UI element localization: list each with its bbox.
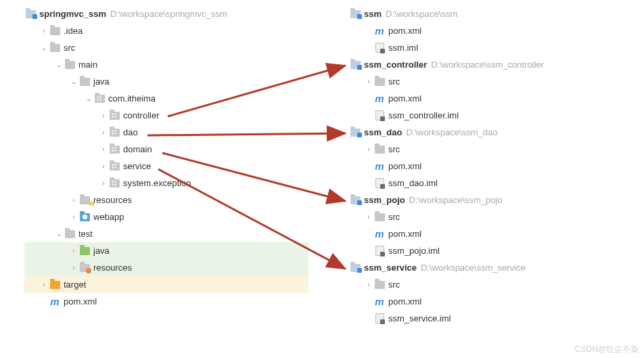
module-folder-icon bbox=[349, 127, 361, 139]
folder-java[interactable]: ⌄ java bbox=[24, 73, 308, 90]
collapse-icon[interactable]: ⌄ bbox=[84, 95, 93, 102]
folder-src[interactable]: ›src bbox=[349, 73, 633, 90]
file-iml[interactable]: ›ssm_controller.iml bbox=[349, 107, 633, 124]
package-icon bbox=[108, 127, 120, 139]
expand-icon[interactable]: › bbox=[69, 247, 78, 254]
module-path: D:\workspace\ssm bbox=[386, 9, 457, 19]
file-label: pom.xml bbox=[64, 296, 97, 307]
module-path: D:\workspace\ssm_controller bbox=[431, 60, 544, 70]
package-icon bbox=[108, 160, 120, 173]
maven-file-icon: m bbox=[373, 93, 386, 105]
folder-label: src bbox=[388, 76, 400, 87]
expand-icon[interactable]: › bbox=[69, 196, 78, 204]
expand-icon[interactable]: › bbox=[69, 213, 78, 221]
folder-label: src bbox=[388, 279, 400, 290]
package-domain[interactable]: › domain bbox=[24, 141, 308, 158]
file-label: ssm_dao.iml bbox=[388, 178, 438, 188]
folder-resources[interactable]: › resources bbox=[24, 192, 308, 208]
iml-file-icon bbox=[373, 42, 386, 54]
package-label: service bbox=[123, 161, 151, 171]
folder-label: main bbox=[78, 60, 97, 70]
expand-icon[interactable]: › bbox=[364, 146, 373, 153]
folder-icon bbox=[373, 279, 386, 291]
collapse-icon[interactable]: ⌄ bbox=[54, 230, 64, 238]
folder-test[interactable]: ⌄ test bbox=[24, 225, 308, 242]
folder-label: java bbox=[93, 76, 110, 87]
package-system-exception[interactable]: › system.exception bbox=[24, 175, 308, 192]
expand-icon[interactable]: › bbox=[99, 162, 108, 170]
package-icon bbox=[108, 110, 120, 122]
expand-icon[interactable]: › bbox=[364, 213, 373, 221]
package-dao[interactable]: › dao bbox=[24, 124, 308, 141]
file-pom[interactable]: ›mpom.xml bbox=[349, 158, 633, 175]
iml-file-icon bbox=[373, 245, 386, 257]
folder-label: src bbox=[388, 144, 400, 154]
file-label: ssm.iml bbox=[388, 43, 418, 53]
file-pom[interactable]: ›mpom.xml bbox=[349, 22, 633, 39]
module-path: D:\workspace\ssm_pojo bbox=[409, 195, 503, 205]
maven-file-icon: m bbox=[373, 160, 386, 173]
webapp-folder-icon bbox=[78, 211, 91, 223]
module-ssm-controller[interactable]: ssm_controller D:\workspace\ssm_controll… bbox=[349, 56, 633, 73]
expand-icon[interactable]: › bbox=[364, 78, 373, 85]
module-folder-icon bbox=[349, 194, 361, 206]
expand-icon[interactable]: › bbox=[99, 112, 108, 119]
module-ssm-service[interactable]: ssm_service D:\workspace\ssm_service bbox=[349, 259, 633, 276]
file-iml[interactable]: ›ssm_pojo.iml bbox=[349, 242, 633, 259]
file-label: pom.xml bbox=[388, 296, 421, 307]
iml-file-icon bbox=[373, 177, 386, 189]
maven-file-icon: m bbox=[373, 296, 386, 308]
package-service[interactable]: › service bbox=[24, 158, 308, 175]
module-ssm[interactable]: ssm D:\workspace\ssm bbox=[349, 5, 633, 22]
package-label: dao bbox=[123, 127, 138, 137]
folder-src[interactable]: ›src bbox=[349, 276, 633, 293]
right-project-tree: ssm D:\workspace\ssm ›mpom.xml ›ssm.iml … bbox=[349, 5, 633, 327]
file-pom[interactable]: ›mpom.xml bbox=[349, 225, 633, 242]
file-iml[interactable]: ›ssm_service.iml bbox=[349, 310, 633, 327]
module-ssm-dao[interactable]: ssm_dao D:\workspace\ssm_dao bbox=[349, 124, 633, 141]
module-root[interactable]: springmvc_ssm D:\workspace\springmvc_ssm bbox=[24, 5, 308, 22]
file-iml[interactable]: ›ssm_dao.iml bbox=[349, 175, 633, 192]
package-label: system.exception bbox=[123, 178, 191, 188]
expand-icon[interactable]: › bbox=[99, 179, 108, 187]
collapse-icon[interactable]: ⌄ bbox=[54, 61, 64, 68]
file-pom[interactable]: › m pom.xml bbox=[24, 293, 308, 310]
package-controller[interactable]: › controller bbox=[24, 107, 308, 124]
expand-icon[interactable]: › bbox=[39, 281, 49, 288]
folder-icon bbox=[373, 143, 386, 156]
folder-label: test bbox=[78, 229, 93, 239]
expand-icon[interactable]: › bbox=[99, 146, 108, 153]
file-label: pom.xml bbox=[388, 161, 421, 171]
folder-webapp[interactable]: › webapp bbox=[24, 208, 308, 225]
folder-src[interactable]: ⌄ src bbox=[24, 39, 308, 56]
folder-main[interactable]: ⌄ main bbox=[24, 56, 308, 73]
package-label: com.itheima bbox=[108, 93, 156, 104]
folder-idea[interactable]: › .idea bbox=[24, 22, 308, 39]
expand-icon[interactable]: › bbox=[364, 281, 373, 288]
test-source-folder-icon bbox=[78, 245, 91, 257]
module-name: ssm_dao bbox=[364, 127, 402, 137]
collapse-icon[interactable]: ⌄ bbox=[69, 78, 78, 85]
file-pom[interactable]: ›mpom.xml bbox=[349, 90, 633, 107]
file-iml[interactable]: ›ssm.iml bbox=[349, 39, 633, 56]
folder-src[interactable]: ›src bbox=[349, 141, 633, 158]
module-ssm-pojo[interactable]: ssm_pojo D:\workspace\ssm_pojo bbox=[349, 192, 633, 208]
file-label: ssm_service.iml bbox=[388, 313, 451, 323]
package-root[interactable]: ⌄ com.itheima bbox=[24, 90, 308, 107]
collapse-icon[interactable]: ⌄ bbox=[39, 44, 49, 51]
file-pom[interactable]: ›mpom.xml bbox=[349, 293, 633, 310]
expand-icon[interactable]: › bbox=[69, 264, 78, 271]
expand-icon[interactable]: › bbox=[99, 129, 108, 136]
folder-icon bbox=[49, 25, 61, 37]
folder-test-java[interactable]: › java bbox=[24, 242, 308, 259]
folder-test-resources[interactable]: › resources bbox=[24, 259, 308, 276]
module-folder-icon bbox=[24, 8, 37, 20]
folder-label: target bbox=[64, 279, 86, 290]
folder-target[interactable]: › target bbox=[24, 276, 308, 293]
folder-label: resources bbox=[93, 195, 132, 205]
expand-icon[interactable]: › bbox=[39, 27, 49, 35]
maven-file-icon: m bbox=[49, 296, 61, 308]
maven-file-icon: m bbox=[373, 228, 386, 240]
folder-src[interactable]: ›src bbox=[349, 208, 633, 225]
folder-label: src bbox=[64, 43, 75, 53]
